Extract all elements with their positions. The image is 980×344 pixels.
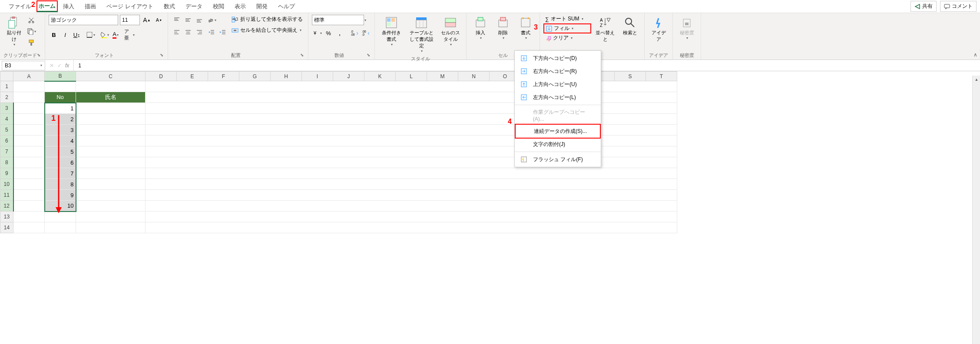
cell[interactable]: 8 bbox=[45, 179, 76, 190]
border-button[interactable]: ▾ bbox=[85, 30, 96, 40]
tab-developer[interactable]: 開発 bbox=[251, 0, 273, 13]
cell[interactable] bbox=[76, 146, 146, 157]
clear-button[interactable]: クリア▾ bbox=[543, 34, 591, 42]
cell[interactable] bbox=[76, 222, 146, 233]
cell[interactable] bbox=[45, 222, 76, 233]
row-header[interactable]: 2 bbox=[0, 92, 13, 103]
vertical-scrollbar[interactable]: ▲ bbox=[972, 76, 980, 233]
row-header[interactable]: 1 bbox=[0, 81, 13, 92]
cell[interactable]: 5 bbox=[45, 146, 76, 157]
cell[interactable] bbox=[146, 201, 677, 212]
cell[interactable] bbox=[76, 201, 146, 212]
cell[interactable] bbox=[13, 103, 45, 114]
decrease-decimal-button[interactable]: .00.0 bbox=[361, 28, 371, 38]
paste-button[interactable]: 貼り付け ▾ bbox=[3, 15, 24, 48]
fill-down-item[interactable]: 下方向へコピー(D) bbox=[515, 52, 601, 65]
delete-cells-button[interactable]: 削除▾ bbox=[493, 15, 513, 42]
cell[interactable] bbox=[13, 201, 45, 212]
share-button[interactable]: 共有 bbox=[910, 1, 937, 12]
cell[interactable] bbox=[13, 190, 45, 201]
merge-center-button[interactable]: セルを結合して中央揃え▾ bbox=[230, 26, 305, 35]
row-header[interactable]: 14 bbox=[0, 222, 13, 233]
cell[interactable] bbox=[13, 114, 45, 125]
cell[interactable]: 2 bbox=[45, 114, 76, 125]
row-header[interactable]: 3 bbox=[0, 103, 13, 114]
col-header[interactable]: J bbox=[333, 72, 364, 81]
cell[interactable]: 9 bbox=[45, 190, 76, 201]
cell[interactable] bbox=[45, 212, 76, 222]
align-right-button[interactable] bbox=[194, 27, 205, 37]
ideas-button[interactable]: アイデア bbox=[648, 15, 669, 44]
number-launcher[interactable]: ⬊ bbox=[367, 53, 371, 57]
align-center-button[interactable] bbox=[183, 27, 193, 37]
accounting-format-button[interactable]: ¥▾ bbox=[312, 28, 322, 38]
align-middle-button[interactable] bbox=[183, 15, 193, 25]
phonetic-button[interactable]: ア亜▾ bbox=[124, 30, 135, 40]
enter-formula-button[interactable]: ✓ bbox=[57, 63, 62, 69]
format-table-button[interactable]: テーブルとして書式設定▾ bbox=[406, 15, 437, 55]
cell[interactable] bbox=[45, 81, 76, 92]
cell[interactable]: 3 bbox=[45, 125, 76, 136]
row-header[interactable]: 4 bbox=[0, 114, 13, 125]
comma-button[interactable]: , bbox=[334, 28, 345, 38]
cell[interactable] bbox=[13, 146, 45, 157]
col-header[interactable]: L bbox=[396, 72, 427, 81]
col-header[interactable]: S bbox=[615, 72, 646, 81]
name-box[interactable]: B3▾ bbox=[2, 61, 45, 70]
tab-formulas[interactable]: 数式 bbox=[159, 0, 180, 13]
row-header[interactable]: 6 bbox=[0, 136, 13, 146]
flash-fill-item[interactable]: フラッシュ フィル(F) bbox=[515, 153, 601, 166]
fx-button[interactable]: fx bbox=[65, 63, 69, 69]
cell[interactable]: 6 bbox=[45, 157, 76, 168]
cell[interactable] bbox=[13, 212, 45, 222]
fill-series-item[interactable]: 連続データの作成(S)... bbox=[515, 124, 601, 139]
decrease-indent-button[interactable] bbox=[206, 27, 217, 37]
col-header[interactable]: G bbox=[239, 72, 271, 81]
fill-right-item[interactable]: 右方向へコピー(R) bbox=[515, 65, 601, 78]
cancel-formula-button[interactable]: ✕ bbox=[50, 63, 54, 69]
cell[interactable] bbox=[13, 157, 45, 168]
cell[interactable] bbox=[76, 168, 146, 179]
cell-active[interactable]: 1 bbox=[45, 103, 76, 114]
align-bottom-button[interactable] bbox=[194, 15, 205, 25]
fill-left-item[interactable]: 左方向へコピー(L) bbox=[515, 91, 601, 104]
cell[interactable]: 7 bbox=[45, 168, 76, 179]
format-painter-button[interactable] bbox=[26, 37, 36, 48]
autosum-button[interactable]: ∑オート SUM▾ bbox=[543, 15, 591, 23]
col-header[interactable]: E bbox=[177, 72, 208, 81]
tab-view[interactable]: 表示 bbox=[229, 0, 251, 13]
cell[interactable] bbox=[13, 125, 45, 136]
tab-insert[interactable]: 挿入 bbox=[58, 0, 79, 13]
align-top-button[interactable] bbox=[172, 15, 182, 25]
col-header[interactable]: H bbox=[271, 72, 302, 81]
cell[interactable]: No bbox=[45, 92, 76, 103]
col-header[interactable]: D bbox=[146, 72, 177, 81]
row-header[interactable]: 13 bbox=[0, 212, 13, 222]
scroll-up-button[interactable]: ▲ bbox=[973, 76, 980, 83]
row-header[interactable]: 11 bbox=[0, 190, 13, 201]
percent-button[interactable]: % bbox=[323, 28, 334, 38]
cell[interactable] bbox=[76, 103, 146, 114]
tab-help[interactable]: ヘルプ bbox=[273, 0, 300, 13]
font-launcher[interactable]: ⬊ bbox=[160, 53, 164, 57]
row-header[interactable]: 7 bbox=[0, 146, 13, 157]
insert-cells-button[interactable]: 挿入▾ bbox=[470, 15, 491, 42]
tab-home[interactable]: ホーム bbox=[36, 0, 58, 12]
cell[interactable] bbox=[146, 212, 677, 222]
row-header[interactable]: 8 bbox=[0, 157, 13, 168]
cell[interactable] bbox=[146, 179, 677, 190]
col-header[interactable]: N bbox=[458, 72, 490, 81]
cell[interactable] bbox=[76, 81, 146, 92]
cell[interactable] bbox=[13, 92, 45, 103]
cell[interactable] bbox=[76, 190, 146, 201]
col-header[interactable]: B bbox=[45, 72, 76, 81]
select-all-corner[interactable] bbox=[0, 72, 13, 81]
cell[interactable]: 氏名 bbox=[76, 92, 146, 103]
cell[interactable] bbox=[76, 157, 146, 168]
font-name-select[interactable] bbox=[49, 15, 118, 25]
row-header[interactable]: 10 bbox=[0, 179, 13, 190]
cell[interactable] bbox=[76, 125, 146, 136]
col-header[interactable]: M bbox=[427, 72, 458, 81]
font-size-select[interactable] bbox=[120, 15, 140, 25]
cell[interactable] bbox=[76, 114, 146, 125]
